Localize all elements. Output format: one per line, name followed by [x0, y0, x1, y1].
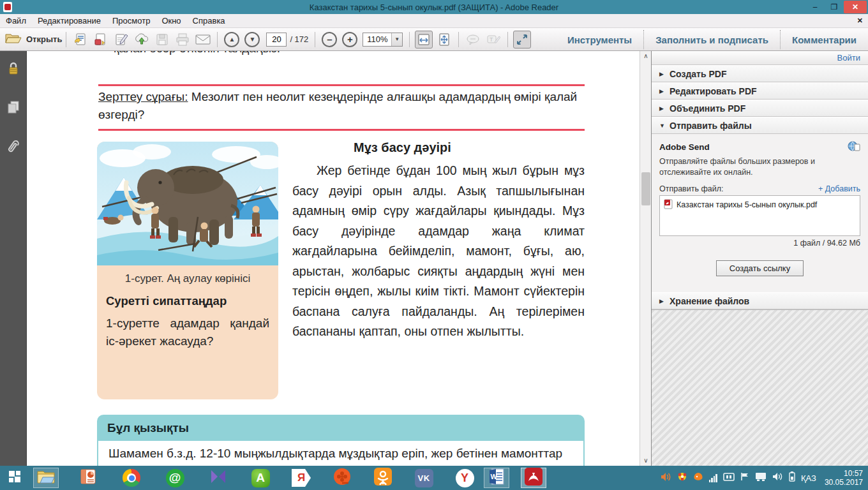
- close-button[interactable]: ✕: [844, 1, 867, 13]
- save-copy-button[interactable]: [71, 31, 89, 48]
- fullscreen-icon: [516, 33, 528, 46]
- toolbar-right-tabs: Инструменты Заполнить и подписать Коммен…: [556, 28, 868, 51]
- adobe-reader-taskbar-button[interactable]: [521, 468, 546, 488]
- fullscreen-button[interactable]: [513, 31, 531, 48]
- scrollbar-thumb[interactable]: [641, 172, 650, 205]
- avast-icon[interactable]: [693, 472, 703, 484]
- zoom-dropdown-icon[interactable]: ▼: [391, 33, 402, 46]
- page-up-icon: ▲: [224, 32, 239, 47]
- create-pdf-icon: [94, 33, 108, 47]
- yandex-search-button[interactable]: Y: [452, 468, 477, 488]
- tab-tools[interactable]: Инструменты: [556, 34, 643, 45]
- send-file-label: Отправить файл:: [659, 184, 723, 193]
- zoom-level-value: 110%: [363, 34, 391, 44]
- accordion-send-files[interactable]: ▼ Отправить файлы: [652, 117, 868, 134]
- describe-heading: Суретті сипаттаңдар: [106, 294, 269, 308]
- adobe-reader-icon: [525, 468, 542, 488]
- file-list[interactable]: Казакстан тарихы 5-сынып окулык.pdf: [659, 195, 860, 236]
- toolbar-close-icon[interactable]: ✕: [857, 17, 863, 25]
- add-file-link[interactable]: + Добавить: [818, 184, 860, 193]
- accordion-file-storage[interactable]: ▶ Хранение файлов: [652, 292, 868, 309]
- fit-page-button[interactable]: [435, 31, 453, 48]
- film-reel-icon: [333, 468, 351, 488]
- desktop: Казакстан тарихы 5-сынып окулык.pdf (ЗАЩ…: [0, 0, 868, 490]
- pdf-page: қалай әсер еткенін талдаңыз. Зерттеу сұр…: [28, 51, 640, 466]
- zoom-in-button[interactable]: +: [341, 31, 359, 48]
- print-icon: [176, 33, 190, 46]
- sign-document-button[interactable]: [112, 31, 130, 48]
- create-link-button[interactable]: Создать ссылку: [716, 260, 804, 276]
- chevron-down-icon: ▼: [659, 122, 670, 129]
- send-files-section: Adobe Send Отправляйте файлы больших раз…: [652, 134, 868, 292]
- svg-text:W: W: [491, 473, 498, 480]
- accordion-edit-pdf[interactable]: ▶ Редактировать PDF: [652, 82, 868, 100]
- powerpoint-button[interactable]: [75, 468, 101, 488]
- menu-bar: Файл Редактирование Просмотр Окно Справк…: [0, 14, 868, 28]
- text-annotation-button-disabled[interactable]: T: [484, 31, 502, 48]
- signin-row: Войти: [652, 51, 868, 65]
- illustration-card: 1-сурет. Аң аулау көрінісі Суретті сипат…: [97, 142, 278, 399]
- pages-panel-button[interactable]: [6, 101, 21, 116]
- scroll-down-icon[interactable]: ∨: [640, 456, 652, 466]
- word-button[interactable]: W: [484, 468, 509, 488]
- kmplayer-button[interactable]: [206, 468, 231, 488]
- security-lock-button[interactable]: [6, 63, 21, 78]
- menu-help[interactable]: Справка: [187, 15, 231, 27]
- menu-view[interactable]: Просмотр: [107, 15, 156, 27]
- accordion-create-pdf[interactable]: ▶ Создать PDF: [652, 65, 868, 82]
- open-button[interactable]: Открыть: [5, 32, 62, 47]
- clock[interactable]: 10:57 30.05.2017: [825, 469, 863, 487]
- fun-fact-title: Бұл қызықты: [97, 415, 585, 441]
- kinopoisk-button[interactable]: [329, 468, 355, 488]
- tab-comments[interactable]: Комментарии: [781, 34, 868, 45]
- taskbar: @ A Я VK Y W: [0, 466, 868, 490]
- page-down-button[interactable]: ▼: [243, 31, 261, 48]
- fit-width-button[interactable]: [415, 31, 433, 48]
- menu-edit[interactable]: Редактирование: [32, 15, 107, 27]
- comment-button-disabled[interactable]: [464, 31, 482, 48]
- vk-button[interactable]: VK: [411, 468, 437, 488]
- file-explorer-button[interactable]: [33, 468, 59, 488]
- menu-file[interactable]: Файл: [0, 15, 32, 27]
- tab-fill-sign[interactable]: Заполнить и подписать: [644, 34, 780, 45]
- start-button[interactable]: [3, 468, 28, 488]
- mail-agent-button[interactable]: @: [162, 468, 188, 488]
- fit-width-icon: [417, 33, 430, 46]
- save-button-disabled[interactable]: [153, 31, 171, 48]
- text-annotation-icon: T: [486, 34, 500, 45]
- tablet-mode-icon[interactable]: [723, 472, 735, 484]
- zoom-out-button[interactable]: –: [320, 31, 338, 48]
- attachments-panel-button[interactable]: [6, 142, 21, 157]
- odnoklassniki-button[interactable]: [370, 468, 396, 488]
- scroll-up-icon[interactable]: ∧: [640, 51, 652, 61]
- save-icon: [156, 33, 168, 46]
- vertical-scrollbar[interactable]: ∧ ∨: [640, 51, 651, 466]
- network-signal-icon[interactable]: [709, 474, 717, 482]
- signin-link[interactable]: Войти: [837, 53, 860, 63]
- battery-icon[interactable]: [789, 471, 795, 484]
- volume-mixer-icon[interactable]: [661, 472, 671, 484]
- yandex-browser-button[interactable]: Я: [288, 468, 314, 488]
- file-list-item[interactable]: Казакстан тарихы 5-сынып окулык.pdf: [664, 199, 856, 211]
- menu-window[interactable]: Окно: [156, 15, 186, 27]
- display-devices-icon[interactable]: [755, 472, 767, 484]
- panel-empty-area: [652, 309, 868, 466]
- restore-button[interactable]: ❐: [825, 1, 844, 13]
- create-pdf-button[interactable]: [92, 31, 110, 48]
- file-meta: 1 файл / 94.62 Мб: [659, 239, 860, 248]
- updater-icon[interactable]: [677, 471, 687, 484]
- zoom-level-select[interactable]: 110% ▼: [363, 33, 403, 47]
- email-button[interactable]: [194, 31, 212, 48]
- print-button-disabled[interactable]: [174, 31, 191, 48]
- minimize-button[interactable]: –: [805, 1, 825, 13]
- page-number-input[interactable]: [266, 33, 287, 47]
- flag-action-center-icon[interactable]: [740, 472, 749, 484]
- page-up-button[interactable]: ▲: [223, 31, 241, 48]
- file-explorer-icon: [36, 469, 56, 487]
- green-a-app-button[interactable]: A: [248, 468, 273, 488]
- language-indicator[interactable]: ҚАЗ: [801, 473, 816, 483]
- cloud-upload-button[interactable]: [133, 31, 151, 48]
- speaker-icon[interactable]: [772, 472, 783, 484]
- accordion-combine-pdf[interactable]: ▶ Объединить PDF: [652, 100, 868, 117]
- chrome-button[interactable]: [119, 468, 144, 488]
